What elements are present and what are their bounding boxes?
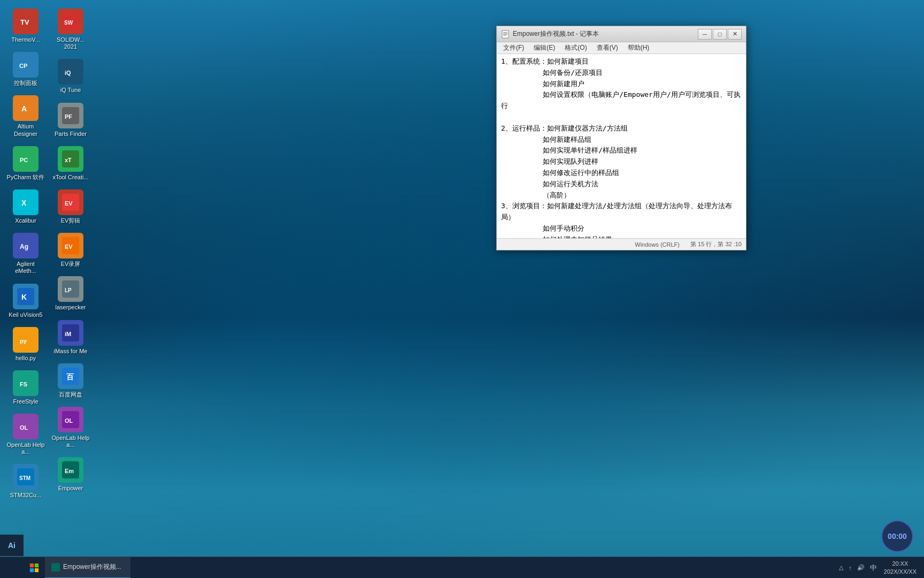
svg-rect-47 (503, 34, 507, 35)
desktop-icon-stm32[interactable]: STM STM32Cu... (4, 461, 47, 502)
desktop-icon-baidu[interactable]: 百 百度网盘 (49, 360, 92, 401)
evscreen-icon: EV (58, 233, 83, 258)
thermov-label: ThermoV... (11, 36, 40, 43)
desktop-icon-agilent[interactable]: Ag Agilent eMeth... (4, 230, 47, 278)
openlab1-icon: OL (13, 414, 38, 439)
svg-text:LP: LP (65, 287, 72, 293)
desktop-icon-keil[interactable]: K Keil uVision5 (4, 280, 47, 322)
taskbar-item-empower-icon (51, 563, 60, 572)
pycharm-label: PyCharm 软件 (7, 174, 45, 181)
pycharm-icon: PC (13, 146, 38, 172)
notepad-titlebar[interactable]: Empower操作视频.txt - 记事本 ─ □ ✕ (497, 26, 746, 42)
notepad-menu-edit[interactable]: 编辑(E) (529, 42, 559, 54)
svg-rect-45 (503, 32, 507, 33)
svg-rect-50 (35, 563, 38, 567)
ai-label: Ai (0, 535, 24, 556)
notepad-menu-help[interactable]: 帮助(H) (623, 42, 654, 54)
notepad-content[interactable]: 1、配置系统：如何新建项目 如何备份/还原项目 如何新建用户 如何设置权限（电脑… (497, 54, 746, 238)
notepad-title: Empower操作视频.txt - 记事本 (513, 29, 698, 39)
iqtune-label: iQ Tune (60, 87, 81, 94)
taskbar-items: Empower操作视频... (45, 557, 833, 578)
notepad-menu-view[interactable]: 查看(V) (592, 42, 622, 54)
altium-label: Altium Designer (6, 123, 45, 137)
desktop-icon-evscreen[interactable]: EV EV录屏 (49, 230, 92, 271)
partsfinder-icon: PF (58, 103, 83, 128)
svg-text:xT: xT (65, 157, 72, 163)
desktop-icon-openlab1[interactable]: OL OpenLab Help a... (4, 410, 47, 459)
desktop-icon-pycharm[interactable]: PC PyCharm 软件 (4, 143, 47, 184)
tray-upload[interactable]: ↑ (847, 565, 853, 571)
notepad-close-button[interactable]: ✕ (728, 29, 742, 40)
start-button[interactable] (24, 557, 45, 579)
laserpecker-label: laserpecker (56, 304, 86, 311)
corner-timer: 00:00 (881, 520, 913, 552)
desktop-icon-xtool[interactable]: xT xTool Creati... (49, 143, 92, 184)
timer-display: 00:00 (888, 532, 907, 541)
evclip-label: EV剪辑 (61, 217, 81, 224)
evclip-icon: EV (58, 189, 83, 215)
baidu-icon: 百 (58, 363, 83, 389)
desktop-icon-empower[interactable]: Em Empower (49, 454, 92, 495)
svg-text:Em: Em (65, 468, 74, 474)
notepad-menu-format[interactable]: 格式(O) (560, 42, 591, 54)
desktop-icon-thermov[interactable]: TV ThermoV... (4, 5, 47, 47)
desktop-icon-xcalibur[interactable]: X Xcalibur (4, 186, 47, 227)
xtool-icon: xT (58, 146, 83, 172)
tray-notification[interactable]: △ (837, 564, 845, 571)
svg-text:EV: EV (65, 200, 73, 207)
tray-volume[interactable]: 🔊 (856, 564, 866, 571)
empower-label: Empower (58, 485, 83, 492)
svg-text:STM: STM (19, 475, 30, 481)
iqtune-icon: iQ (58, 59, 83, 85)
svg-text:CP: CP (19, 63, 27, 69)
hellopy-icon: py (13, 327, 38, 353)
notepad-menu-file[interactable]: 文件(F) (499, 42, 528, 54)
notepad-window-controls[interactable]: ─ □ ✕ (698, 29, 742, 40)
svg-text:Ag: Ag (20, 243, 28, 250)
desktop-icon-partsfinder[interactable]: PF Parts Finder (49, 100, 92, 141)
taskbar: Ai Empower操作视频... △ ↑ 🔊 中 20:XX 202X/XX/… (0, 557, 924, 578)
stm32-label: STM32Cu... (10, 492, 42, 499)
svg-text:iQ: iQ (65, 70, 71, 76)
desktop-icon-controlpanel[interactable]: CP 控制面板 (4, 49, 47, 90)
desktop-icon-hellopy[interactable]: py hello.py (4, 324, 47, 365)
notepad-statusbar: Windows (CRLF) 第 15 行，第 32 :10 (497, 238, 746, 250)
svg-text:EV: EV (65, 244, 73, 250)
desktop-icon-evclip[interactable]: EV EV剪辑 (49, 186, 92, 227)
openlab2-icon: OL (58, 407, 83, 432)
controlpanel-icon: CP (13, 52, 38, 78)
freestyle-icon: FS (13, 370, 38, 396)
svg-text:X: X (21, 199, 27, 207)
keil-icon: K (13, 284, 38, 309)
notepad-maximize-button[interactable]: □ (713, 29, 727, 40)
svg-rect-48 (503, 35, 506, 36)
svg-rect-51 (30, 568, 34, 572)
agilent-label: Agilent eMeth... (6, 261, 45, 275)
desktop-icon-iqtune[interactable]: iQ iQ Tune (49, 56, 92, 97)
svg-rect-52 (35, 568, 38, 572)
massforme-icon: iM (58, 320, 83, 346)
laserpecker-icon: LP (58, 276, 83, 302)
desktop-icon-openlab2[interactable]: OL OpenLab Help a... (49, 404, 92, 452)
taskbar-item-empower[interactable]: Empower操作视频... (45, 557, 130, 579)
openlab2-label: OpenLab Help a... (51, 435, 90, 448)
svg-text:PF: PF (65, 113, 72, 120)
keil-label: Keil uVision5 (9, 311, 42, 318)
tray-datetime[interactable]: 20:XX 202X/XX/XX (881, 560, 920, 575)
svg-text:百: 百 (66, 372, 74, 381)
freestyle-label: FreeStyle (13, 398, 38, 405)
desktop-icon-freestyle[interactable]: FS FreeStyle (4, 367, 47, 408)
desktop-icon-solidworks[interactable]: SW SOLIDW... 2021 (49, 5, 92, 54)
system-tray: △ ↑ 🔊 中 20:XX 202X/XX/XX (833, 557, 924, 578)
desktop-icon-altium[interactable]: A Altium Designer (4, 92, 47, 140)
notepad-minimize-button[interactable]: ─ (698, 29, 712, 40)
openlab1-label: OpenLab Help a... (6, 442, 45, 455)
evscreen-label: EV录屏 (61, 261, 81, 268)
desktop-icon-laserpecker[interactable]: LP laserpecker (49, 273, 92, 314)
taskbar-item-empower-label: Empower操作视频... (63, 562, 121, 572)
stm32-icon: STM (13, 464, 38, 490)
tray-ime[interactable]: 中 (868, 563, 879, 573)
notepad-window: Empower操作视频.txt - 记事本 ─ □ ✕ 文件(F) 编辑(E) … (496, 26, 746, 250)
desktop-icon-massforme[interactable]: iM iMass for Me (49, 317, 92, 358)
svg-rect-46 (503, 33, 507, 34)
